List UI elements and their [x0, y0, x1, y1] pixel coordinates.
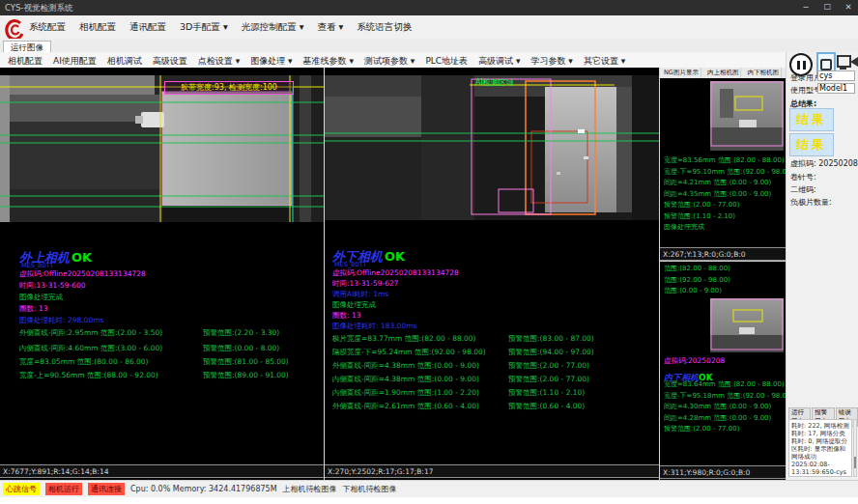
down-camera-status: 下相机待检图像 — [343, 484, 397, 494]
login-user-field[interactable] — [817, 70, 855, 81]
warning-range: 预警范围:(0.60 - 4.00) — [508, 402, 585, 411]
thumb-top-coords: X:267;Y:13;R:0;G:0;B:0 — [660, 247, 786, 261]
right-camera-view[interactable]: AI检测区域 外下相机OK MES_B0TT 虚拟码:Offline202502… — [325, 68, 660, 480]
close-button[interactable]: ✕ — [843, 2, 854, 12]
thumb-top-image — [710, 81, 784, 151]
thumb-top-measurements: 宽度=83.56mm 范围:(82.00 - 88.00) 宽度-下=95.10… — [664, 155, 793, 234]
monitor-button[interactable] — [837, 55, 849, 70]
tool-camera-config[interactable]: 相机配置 — [8, 55, 43, 68]
thumb-bottom-coords: X:311;Y:980;R:0;G:0;B:0 — [660, 465, 786, 479]
menu-camera-config[interactable]: 相机配置 — [79, 21, 116, 34]
left-camera-image — [0, 75, 324, 222]
right-cursor-coords: X:270;Y:2502;R:17;G:17;B:17 — [325, 464, 659, 478]
right-time: 时间:13-31-59-627 — [332, 279, 399, 289]
toolbar: 相机配置 AI使用配置 相机调试 高级设置 点检设置 ▾ 图像处理 ▾ 基准线参… — [0, 52, 786, 69]
log-scrollbar[interactable] — [853, 419, 857, 477]
menu-items: 系统配置 相机配置 通讯配置 3D手配置 ▾ 光源控制配置 ▾ 查看 ▾ 系统语… — [29, 21, 412, 34]
menu-bar: 系统配置 相机配置 通讯配置 3D手配置 ▾ 光源控制配置 ▾ 查看 ▾ 系统语… — [0, 15, 858, 40]
warning-range: 预警范围:(83.00 - 87.00) — [508, 334, 594, 344]
monitor-icon — [837, 55, 851, 68]
result-box-1: 结果 — [789, 108, 834, 131]
measurement-row: 内侧直线-间距=4.38mm 范围:(0.00 - 9.00) — [332, 375, 479, 384]
menu-language-switch[interactable]: 系统语言切换 — [357, 21, 412, 34]
ai-region-label: AI检测区域 — [475, 77, 514, 88]
tool-other-settings[interactable]: 其它设置 ▾ — [584, 55, 625, 68]
right-virtual-code: 虚拟码:Offline20250208133134728 — [332, 268, 459, 278]
right-process-done: 图像处理完成 — [332, 300, 376, 310]
measurement-row: 内侧直线-间距:4.60mm 范围:(3.00 - 6.00) — [19, 344, 162, 353]
warning-range: 预警范围:(94.00 - 97.00) — [508, 348, 594, 357]
tool-ai-config[interactable]: AI使用配置 — [53, 55, 97, 68]
toolbar-items: 相机配置 AI使用配置 相机调试 高级设置 点检设置 ▾ 图像处理 ▾ 基准线参… — [8, 55, 625, 68]
tool-advanced-settings[interactable]: 高级设置 — [153, 55, 187, 68]
spool-number-label: 卷针号: — [790, 172, 816, 182]
status-bar: 心跳信号 相机运行 通讯连接 Cpu: 0.0% Memory: 3424.41… — [0, 480, 858, 497]
warning-range: 预警范围:(2.00 - 77.00) — [508, 375, 589, 384]
tool-baseline-params[interactable]: 基准线参数 ▾ — [303, 55, 354, 68]
left-virtual-code: 虚拟码:Offline20250208133134728 — [19, 269, 146, 279]
left-cursor-coords: X:7677;Y:891;R:14;G:14;B:14 — [0, 464, 324, 478]
menu-view[interactable]: 查看 ▾ — [317, 21, 343, 34]
thumbnail-tabs: NG图片显示 内上相机图 内下相机图 — [660, 68, 786, 78]
minimize-button[interactable]: ─ — [800, 2, 812, 12]
menu-comm-config[interactable]: 通讯配置 — [129, 21, 166, 34]
warning-range: 预警范围:(89.00 - 91.00) — [203, 371, 289, 380]
tool-image-processing[interactable]: 图像处理 ▾ — [250, 55, 292, 68]
tool-camera-debug[interactable]: 相机调试 — [107, 55, 142, 68]
thumb-bottom-top-lines: 范围:(82.00 - 88.00) 范围:(92.00 - 98.00) 范围… — [664, 264, 730, 297]
side-panel: 登录用户: 使用型号: 总结果: 结果 结果 虚拟码: 20250208 卷针号… — [786, 52, 858, 480]
cpu-memory-status: Cpu: 0.0% Memory: 3424.41796875M — [130, 485, 277, 493]
tab-ng-images[interactable]: NG图片显示 — [662, 68, 701, 78]
right-camera-ok-status: OK — [385, 249, 405, 264]
tool-advanced-debug[interactable]: 高级调试 ▾ — [478, 55, 520, 68]
thumb-bottom-image — [710, 298, 784, 352]
tool-test-params[interactable]: 测试项参数 ▾ — [364, 55, 415, 68]
right-loop-count: 圈数: 13 — [332, 311, 360, 321]
right-mes-label: MES_B0TT — [334, 261, 367, 268]
tool-spot-check[interactable]: 点检设置 ▾ — [198, 55, 240, 68]
menu-3d-hand-config[interactable]: 3D手配置 ▾ — [180, 21, 228, 34]
exit-button[interactable] — [850, 54, 858, 70]
tape-width-overlay: 胶带宽度:93, 检测宽度:100 — [164, 81, 294, 95]
thumb-panel-top[interactable]: 宽度=83.56mm 范围:(82.00 - 88.00) 宽度-下=95.10… — [660, 78, 786, 261]
exit-arrow-icon — [850, 57, 858, 67]
left-camera-view[interactable]: 胶带宽度:93, 检测宽度:100 外上相机OK MES_B0TT 虚拟码:Of… — [0, 68, 325, 480]
left-process-done: 图像处理完成 — [19, 293, 63, 302]
right-process-time: 图像处理耗时: 183.00ms — [332, 322, 416, 331]
model-field[interactable] — [817, 83, 855, 94]
warning-range: 预警范围:(2.20 - 3.30) — [203, 328, 279, 338]
thumbnail-column: NG图片显示 内上相机图 内下相机图 宽度=83.56mm 范围:(8 — [660, 68, 786, 480]
camera-status-badge: 相机运行 — [45, 483, 82, 495]
tab-inner-top-camera[interactable]: 内上相机图 — [705, 68, 742, 78]
measurement-row: 外侧直线-间距=4.38mm 范围:(0.00 - 9.00) — [332, 361, 479, 371]
right-ai-time: 调用AI耗时: 1ms — [332, 290, 388, 299]
warning-range: 预警范围:(1.10 - 2.10) — [508, 388, 585, 398]
thumb-panel-bottom[interactable]: 范围:(82.00 - 88.00) 范围:(92.00 - 98.00) 范围… — [660, 261, 786, 480]
measurement-row: 外侧直线-间距=2.61mm 范围:(0.60 - 4.00) — [332, 402, 479, 411]
measurement-row: 内侧直线-间距=1.90mm 范围:(1.00 - 2.20) — [332, 388, 479, 398]
warning-range: 预警范围:(0.00 - 8.00) — [203, 344, 279, 353]
left-loop-count: 圈数: 13 — [19, 304, 47, 314]
right-camera-image — [325, 75, 659, 220]
measurement-row: 宽度=83.05mm 范围:(80.00 - 86.00) — [19, 357, 149, 367]
warning-range: 预警范围:(2.00 - 77.00) — [508, 361, 589, 371]
log-scrollbar-thumb — [854, 457, 856, 468]
thumb-bottom-measurements: 宽度=83.64mm 范围:(82.00 - 88.00) 宽度-下=95.18… — [664, 379, 793, 435]
left-mes-label: MES_B0TT — [21, 262, 54, 269]
menu-system-config[interactable]: 系统配置 — [29, 21, 66, 34]
tool-plc-address[interactable]: PLC地址表 — [425, 55, 468, 68]
negative-count-label: 负极片数量: — [790, 197, 832, 208]
tool-learning-params[interactable]: 学习参数 ▾ — [531, 55, 573, 68]
measurement-row: 隔膜宽度-下=95.24mm 范围:(92.00 - 98.00) — [332, 348, 486, 357]
menu-light-control[interactable]: 光源控制配置 ▾ — [242, 21, 304, 34]
left-process-time: 图像处理耗时: 298.00ms — [19, 316, 103, 325]
qr-code-label: 二维码: — [790, 184, 816, 195]
thumb-bottom-code: 虚拟码:20250208 — [664, 356, 725, 366]
maximize-button[interactable]: ☐ — [821, 2, 833, 12]
log-output: 耗时: 222, 网络检测耗时: 17, 网络分类耗时: 0, 网络提取分区耗时… — [788, 419, 852, 477]
main-area: 胶带宽度:93, 检测宽度:100 外上相机OK MES_B0TT 虚拟码:Of… — [0, 68, 786, 480]
tab-inner-bottom-camera[interactable]: 内下相机图 — [745, 68, 782, 78]
tab-strip: 运行图像 — [0, 39, 858, 52]
window-title: CYS-视觉检测系统 — [5, 3, 72, 14]
measurement-row: 宽度-上=90.56mm 范围:(88.00 - 92.00) — [19, 371, 158, 380]
